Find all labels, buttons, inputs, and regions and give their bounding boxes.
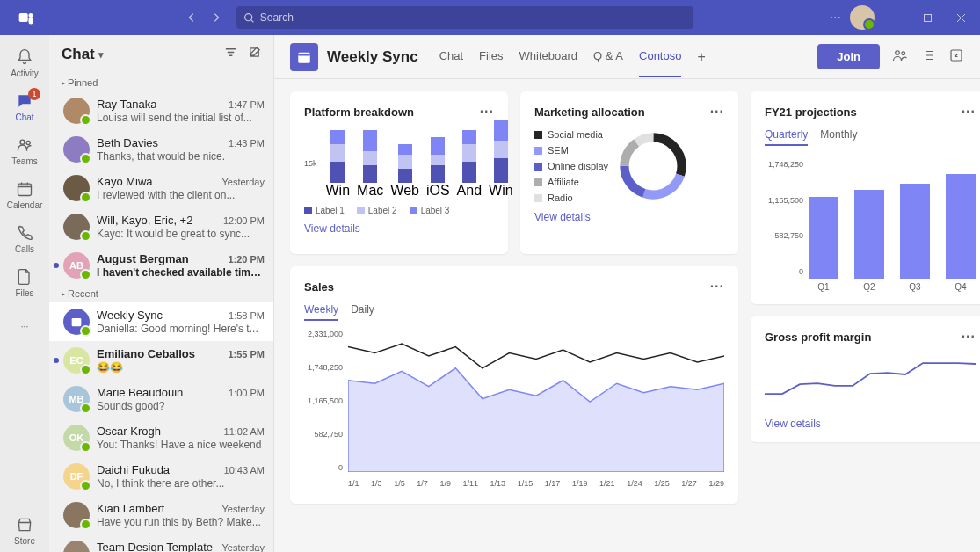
rail-calendar[interactable]: Calendar <box>0 172 49 216</box>
rail-store[interactable]: Store <box>0 508 49 552</box>
meeting-icon <box>290 43 318 71</box>
chat-name: Oscar Krogh <box>97 425 161 438</box>
y-tick: 0 <box>304 463 343 472</box>
chat-row[interactable]: ABAugust Bergman1:20 PMI haven't checked… <box>49 246 273 285</box>
rail-more[interactable]: ··· <box>0 304 49 348</box>
rail-activity[interactable]: Activity <box>0 40 49 84</box>
chat-row[interactable]: Kian LambertYesterdayHave you run this b… <box>49 496 273 534</box>
chat-preview: I haven't checked available times... <box>97 266 265 279</box>
close-button[interactable] <box>947 0 975 35</box>
sales-tabs: WeeklyDaily <box>304 303 724 321</box>
platform-legend: Label 1Label 2Label 3 <box>304 206 494 215</box>
chat-row[interactable]: Team Design TemplateYesterdayReta: Let's… <box>49 534 273 552</box>
x-tick: 1/11 <box>462 479 478 488</box>
card-title: Sales <box>304 280 334 294</box>
chat-row[interactable]: Beth Davies1:43 PMThanks, that would be … <box>49 130 273 169</box>
chevron-down-icon[interactable]: ▾ <box>98 49 104 61</box>
chat-section-header[interactable]: ▸ Recent <box>49 285 273 302</box>
avatar: AB <box>63 252 90 279</box>
tab-qa[interactable]: Q & A <box>593 37 623 77</box>
chat-row[interactable]: Ray Tanaka1:47 PMLouisa will send the in… <box>49 91 273 130</box>
channel-header: Weekly Sync ChatFilesWhiteboardQ & ACont… <box>274 35 980 79</box>
chat-row[interactable]: Kayo MiwaYesterdayI reviewed with the cl… <box>49 169 273 207</box>
list-icon[interactable] <box>920 47 936 67</box>
rail-label: Calendar <box>7 200 43 210</box>
rail-label: Activity <box>11 69 39 78</box>
x-tick: iOS <box>426 183 450 199</box>
store-icon <box>15 515 34 534</box>
chat-section-header[interactable]: ▸ Pinned <box>49 74 273 91</box>
rail-teams[interactable]: Teams <box>0 128 49 172</box>
card-menu-icon[interactable]: ··· <box>480 104 494 120</box>
x-tick: Mac <box>357 183 383 199</box>
search-input[interactable]: Search <box>236 6 693 29</box>
chat-row[interactable]: DFDaichi Fukuda10:43 AMNo, I think there… <box>49 457 273 496</box>
filter-icon[interactable] <box>224 46 237 63</box>
chat-row[interactable]: MBMarie Beaudouin1:00 PMSounds good? <box>49 380 273 418</box>
rail-chat[interactable]: 1Chat <box>0 84 49 128</box>
svg-point-9 <box>896 50 900 54</box>
card-title: Platform breakdown <box>304 105 414 119</box>
maximize-button[interactable] <box>913 0 941 35</box>
dashboard: Platform breakdown··· 15k WinMacWebiOSAn… <box>274 79 980 552</box>
chat-row[interactable]: ECEmiliano Ceballos1:55 PM😂😂 <box>49 341 273 380</box>
y-tick: 1,748,250 <box>765 160 803 169</box>
join-button[interactable]: Join <box>817 44 880 69</box>
platform-chart: WinMacWebiOSAndWin <box>321 128 519 199</box>
chat-time: 10:43 AM <box>224 465 265 476</box>
chat-preview: Sounds good? <box>97 400 265 412</box>
popout-icon[interactable] <box>948 47 964 67</box>
tab-contoso[interactable]: Contoso <box>639 37 681 77</box>
chat-preview: Have you run this by Beth? Make... <box>97 516 265 528</box>
chat-list-panel: Chat ▾ ▸ PinnedRay Tanaka1:47 PMLouisa w… <box>49 35 274 552</box>
chat-row[interactable]: Weekly Sync1:58 PMDaniella: Good morning… <box>49 302 273 341</box>
people-icon[interactable] <box>892 47 908 67</box>
bar <box>809 197 838 279</box>
x-tick: 1/7 <box>417 479 428 488</box>
card-title: Marketing allocation <box>534 105 645 119</box>
chat-row[interactable]: Will, Kayo, Eric, +212:00 PMKayo: It wou… <box>49 207 273 246</box>
chat-preview: Thanks, that would be nice. <box>97 150 265 163</box>
card-menu-icon[interactable]: ··· <box>710 279 724 294</box>
page-title: Weekly Sync <box>327 48 418 66</box>
card-menu-icon[interactable]: ··· <box>962 329 976 345</box>
card-menu-icon[interactable]: ··· <box>710 104 724 120</box>
file-icon <box>15 267 34 287</box>
add-tab-button[interactable]: + <box>697 37 705 77</box>
back-button[interactable] <box>180 6 203 29</box>
chat-preview: Daniella: Good morning! Here's t... <box>97 323 265 335</box>
forward-button[interactable] <box>205 6 228 29</box>
avatar: OK <box>63 425 90 451</box>
card-menu-icon[interactable]: ··· <box>962 104 976 120</box>
subtab[interactable]: Weekly <box>304 303 338 321</box>
phone-icon <box>15 223 34 243</box>
card-projections: FY21 projections··· QuarterlyMonthly 1,7… <box>751 91 980 304</box>
rail-label: Calls <box>15 244 34 254</box>
rail-files[interactable]: Files <box>0 260 49 304</box>
view-details-link[interactable]: View details <box>534 211 724 223</box>
view-details-link[interactable]: View details <box>304 222 494 235</box>
user-avatar[interactable] <box>850 5 875 30</box>
legend-item: Label 2 <box>357 206 397 215</box>
marketing-legend: Social mediaSEMOnline displayAffiliateRa… <box>534 129 608 203</box>
svg-rect-8 <box>298 52 310 62</box>
settings-more-icon[interactable]: ··· <box>826 6 845 29</box>
avatar: MB <box>63 386 90 412</box>
tab-whiteboard[interactable]: Whiteboard <box>519 37 577 77</box>
chat-row[interactable]: OKOscar Krogh11:02 AMYou: Thanks! Have a… <box>49 418 273 457</box>
tab-chat[interactable]: Chat <box>439 37 463 77</box>
subtab[interactable]: Daily <box>351 303 374 321</box>
view-details-link[interactable]: View details <box>765 418 976 430</box>
svg-point-1 <box>29 13 33 18</box>
chat-name: Weekly Sync <box>97 309 163 322</box>
rail-calls[interactable]: Calls <box>0 216 49 260</box>
card-title: FY21 projections <box>765 105 857 119</box>
minimize-button[interactable] <box>880 0 908 35</box>
subtab[interactable]: Monthly <box>820 128 857 146</box>
svg-rect-3 <box>924 14 931 21</box>
tab-files[interactable]: Files <box>479 37 503 77</box>
new-chat-icon[interactable] <box>248 46 261 63</box>
rail-label: Files <box>15 288 33 298</box>
subtab[interactable]: Quarterly <box>765 128 808 146</box>
svg-point-4 <box>20 140 25 144</box>
